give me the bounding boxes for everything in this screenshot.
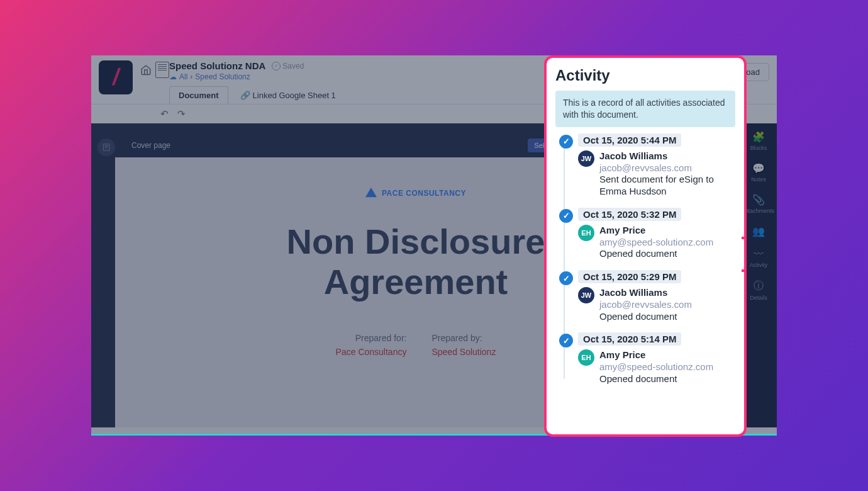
link-icon: 🔗 — [240, 91, 250, 100]
prepared-for-value: Pace Consultancy — [336, 347, 407, 357]
timeline-item: ✓ Oct 15, 2020 5:29 PM JW Jacob Williams… — [558, 270, 735, 322]
avatar: JW — [578, 150, 594, 167]
timeline-timestamp: Oct 15, 2020 5:14 PM — [578, 332, 681, 346]
prepared-by-label: Prepared by: — [431, 333, 496, 343]
breadcrumb-all[interactable]: All — [179, 72, 187, 81]
timeline-user-name: Amy Price — [599, 225, 713, 237]
sidebar-item-blocks[interactable]: 🧩Blocks — [750, 131, 767, 151]
document-title: Speed Solutionz NDA — [169, 60, 265, 71]
app-window: / Speed Solutionz NDA ✓ Saved ☁ All › Sp… — [91, 55, 777, 436]
brand-triangle-icon — [365, 188, 377, 199]
logo-slash-icon: / — [113, 64, 119, 91]
sidebar-item-notes[interactable]: 💬Notes — [751, 162, 766, 183]
timeline-user-name: Jacob Williams — [599, 150, 735, 162]
check-badge-icon: ✓ — [559, 135, 573, 149]
check-icon: ✓ — [272, 62, 281, 71]
timeline-timestamp: Oct 15, 2020 5:29 PM — [578, 270, 681, 283]
sidebar-item-activity[interactable]: 〰Activity — [750, 249, 768, 268]
prepared-row: Prepared for: Pace Consultancy Prepared … — [336, 333, 496, 357]
saved-indicator: ✓ Saved — [272, 62, 304, 71]
prepared-by-value: Speed Solutionz — [431, 347, 496, 357]
timeline-action: Opened document — [599, 373, 713, 385]
page-thumbnail-icon[interactable] — [97, 138, 115, 156]
timeline-user-email: amy@speed-solutionz.com — [599, 237, 713, 249]
timeline-item: ✓ Oct 15, 2020 5:14 PM EH Amy Price amy@… — [558, 332, 735, 385]
avatar: EH — [578, 349, 594, 366]
sidebar-item-attachments[interactable]: 📎Attachments — [743, 194, 774, 214]
prepared-for: Prepared for: Pace Consultancy — [336, 333, 407, 357]
people-icon: 👥 — [752, 225, 765, 237]
redo-icon[interactable]: ↷ — [177, 108, 186, 120]
avatar: JW — [578, 287, 594, 303]
avatar: EH — [578, 225, 594, 241]
timeline-user-email: jacob@revvsales.com — [599, 299, 692, 311]
timeline-item: ✓ Oct 15, 2020 5:44 PM JW Jacob Williams… — [558, 133, 735, 198]
saved-label: Saved — [282, 62, 304, 71]
undo-icon[interactable]: ↶ — [160, 108, 169, 120]
prepared-by: Prepared by: Speed Solutionz — [431, 333, 496, 357]
sidebar-item-details[interactable]: ⓘDetails — [750, 279, 767, 301]
document-main-title: Non DisclosureAgreement — [287, 222, 545, 303]
notes-icon: 💬 — [752, 162, 765, 174]
chevron-right-icon: › — [190, 72, 192, 81]
home-icon[interactable] — [140, 64, 152, 76]
timeline-action: Opened document — [599, 311, 692, 323]
app-logo[interactable]: / — [99, 60, 133, 94]
timeline-user-email: amy@speed-solutionz.com — [599, 361, 713, 373]
details-icon: ⓘ — [754, 279, 764, 293]
timeline-action: Opened document — [599, 248, 713, 260]
check-badge-icon: ✓ — [559, 209, 573, 223]
tab-linked-sheet[interactable]: 🔗Linked Google Sheet 1 — [231, 86, 345, 104]
brand-text: PACE CONSULTANCY — [382, 189, 466, 198]
timeline-timestamp: Oct 15, 2020 5:44 PM — [578, 133, 681, 147]
breadcrumb-folder[interactable]: Speed Solutionz — [195, 72, 250, 81]
prepared-for-label: Prepared for: — [336, 333, 407, 343]
timeline-user-name: Amy Price — [599, 349, 713, 361]
timeline-user-name: Jacob Williams — [599, 287, 692, 299]
brand-row: PACE CONSULTANCY — [365, 188, 466, 199]
check-badge-icon: ✓ — [559, 334, 573, 347]
activity-panel: Activity Activity This is a record of al… — [544, 55, 747, 437]
sidebar-item-people[interactable]: 👥 — [752, 225, 765, 237]
activity-description: This is a record of all activities assoc… — [555, 91, 735, 127]
blocks-icon: 🧩 — [752, 131, 765, 143]
activity-tab-callout[interactable]: Activity — [742, 237, 747, 272]
timeline-item: ✓ Oct 15, 2020 5:32 PM EH Amy Price amy@… — [558, 208, 735, 260]
tab-document[interactable]: Document — [169, 86, 228, 104]
cloud-icon: ☁ — [169, 72, 177, 81]
attachments-icon: 📎 — [752, 194, 765, 206]
document-icon — [155, 62, 169, 78]
activity-icon: 〰 — [754, 249, 764, 260]
home-doc-icons — [140, 62, 169, 78]
timeline-action: Sent document for eSign to Emma Husdson — [599, 174, 735, 198]
activity-title: Activity — [555, 67, 735, 84]
check-badge-icon: ✓ — [559, 271, 573, 285]
cover-page-label: Cover page — [131, 141, 170, 150]
activity-timeline: ✓ Oct 15, 2020 5:44 PM JW Jacob Williams… — [555, 133, 735, 385]
timeline-user-email: jacob@revvsales.com — [599, 162, 735, 174]
timeline-timestamp: Oct 15, 2020 5:32 PM — [578, 208, 681, 221]
